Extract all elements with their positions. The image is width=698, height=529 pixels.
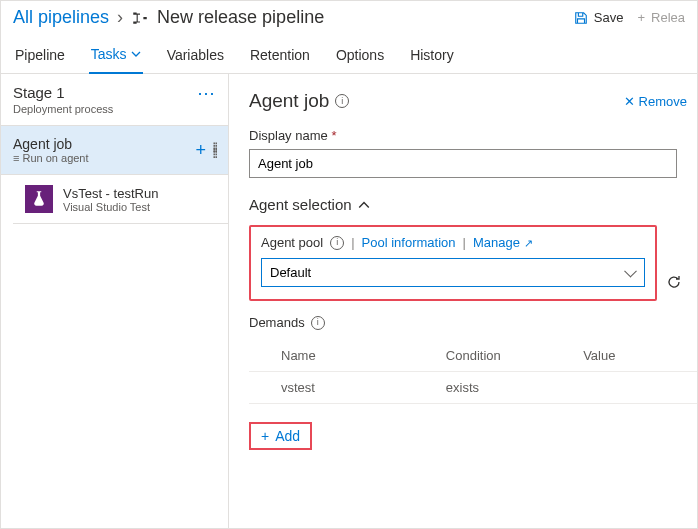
display-name-input[interactable] (249, 149, 677, 178)
info-icon[interactable]: i (311, 316, 325, 330)
tab-tasks-label: Tasks (91, 46, 127, 62)
add-task-button[interactable]: + (195, 141, 206, 159)
page-title: New release pipeline (157, 7, 324, 28)
tab-bar: Pipeline Tasks Variables Retention Optio… (1, 32, 697, 74)
tab-pipeline[interactable]: Pipeline (13, 40, 67, 73)
tab-options[interactable]: Options (334, 40, 386, 73)
stage-header[interactable]: Stage 1 Deployment process ⋯ (1, 74, 228, 126)
tab-retention[interactable]: Retention (248, 40, 312, 73)
col-name: Name (281, 348, 446, 363)
add-label: Add (275, 428, 300, 444)
agent-selection-toggle[interactable]: Agent selection (249, 196, 697, 213)
agent-job-row[interactable]: Agent job Run on agent + ⁞⁞⁞⁞ (1, 126, 228, 175)
demand-value (583, 380, 693, 395)
pipeline-icon (131, 9, 149, 27)
agent-pool-highlight: Agent pool i | Pool information | Manage… (249, 225, 657, 301)
close-icon: ✕ (624, 94, 635, 109)
breadcrumb: All pipelines › New release pipeline (13, 7, 324, 28)
remove-label: Remove (639, 94, 687, 109)
info-icon[interactable]: i (335, 94, 349, 108)
agent-pool-select[interactable]: Default (261, 258, 645, 287)
table-row[interactable]: vstest exists (249, 372, 697, 404)
stage-subtitle: Deployment process (13, 103, 113, 115)
release-label: Relea (651, 10, 685, 25)
save-icon (574, 11, 588, 25)
external-link-icon: ↗ (524, 237, 533, 249)
plus-icon: + (637, 10, 645, 25)
flask-icon (25, 185, 53, 213)
agent-job-sub: Run on agent (13, 152, 89, 164)
demand-condition: exists (446, 380, 583, 395)
manage-link[interactable]: Manage ↗ (473, 235, 533, 250)
drag-handle-icon[interactable]: ⁞⁞⁞⁞ (212, 144, 216, 156)
save-label: Save (594, 10, 624, 25)
refresh-button[interactable] (665, 273, 683, 291)
demand-name: vstest (281, 380, 446, 395)
agent-pool-label: Agent pool (261, 235, 323, 250)
task-row-vstest[interactable]: VsTest - testRun Visual Studio Test (13, 175, 228, 224)
stage-more-button[interactable]: ⋯ (197, 84, 216, 102)
tab-variables[interactable]: Variables (165, 40, 226, 73)
chevron-right-icon: › (117, 7, 123, 28)
demands-label: Demands (249, 315, 305, 330)
release-button: + Relea (637, 10, 685, 25)
agent-job-name: Agent job (13, 136, 89, 152)
panel-title: Agent job (249, 90, 329, 112)
col-condition: Condition (446, 348, 583, 363)
save-button[interactable]: Save (574, 10, 624, 25)
display-name-label: Display name * (249, 128, 677, 143)
add-demand-button[interactable]: + Add (249, 422, 312, 450)
plus-icon: + (261, 428, 269, 444)
task-name: VsTest - testRun (63, 186, 158, 201)
col-value: Value (583, 348, 693, 363)
pool-information-link[interactable]: Pool information (362, 235, 456, 250)
chevron-up-icon (358, 199, 370, 211)
tab-tasks[interactable]: Tasks (89, 40, 143, 74)
stage-name: Stage 1 (13, 84, 113, 101)
tab-history[interactable]: History (408, 40, 456, 73)
task-sub: Visual Studio Test (63, 201, 158, 213)
demands-table: Name Condition Value vstest exists (249, 340, 697, 404)
remove-button[interactable]: ✕ Remove (624, 94, 687, 109)
info-icon[interactable]: i (330, 236, 344, 250)
agent-selection-label: Agent selection (249, 196, 352, 213)
breadcrumb-root-link[interactable]: All pipelines (13, 7, 109, 28)
chevron-down-icon (131, 49, 141, 59)
